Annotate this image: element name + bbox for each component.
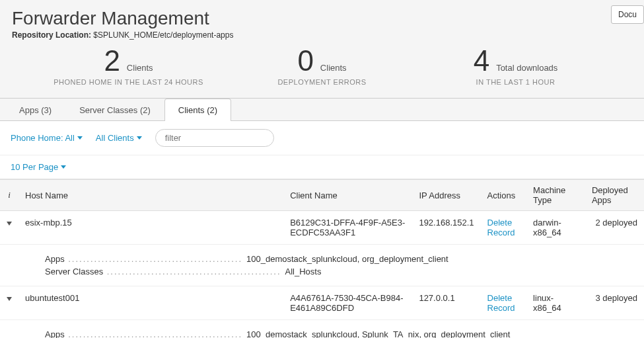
stat-deployment-errors[interactable]: 0 Clients DEPLOYMENT ERRORS — [225, 46, 419, 86]
per-page-label: 10 Per Page — [11, 162, 58, 172]
expand-toggle[interactable] — [0, 286, 18, 320]
cell-deployed: 3 deployed — [585, 286, 644, 320]
stat-sub: PHONED HOME IN THE LAST 24 HOURS — [32, 78, 225, 86]
stat-clients-phoned-home[interactable]: 2 Clients PHONED HOME IN THE LAST 24 HOU… — [32, 46, 225, 86]
detail-server-classes-value: All_Hosts — [281, 267, 322, 276]
chevron-down-icon — [7, 297, 12, 301]
col-actions[interactable]: Actions — [481, 180, 527, 211]
table-header-row: i Host Name Client Name IP Address Actio… — [0, 180, 644, 211]
tab-server-classes[interactable]: Server Classes (2) — [65, 99, 164, 121]
cell-machine: darwin-x86_64 — [526, 211, 585, 245]
col-info[interactable]: i — [0, 180, 18, 211]
col-machine-type[interactable]: Machine Type — [526, 180, 585, 211]
col-ip-address[interactable]: IP Address — [412, 180, 480, 211]
cell-client: B6129C31-DFFA-4F9F-A5E3-ECDFC53AA3F1 — [283, 211, 412, 245]
tabs-row: Apps (3) Server Classes (2) Clients (2) — [0, 98, 644, 121]
stat-sub: IN THE LAST 1 HOUR — [419, 78, 612, 86]
detail-apps-value: 100_demostack_splunkcloud, Splunk_TA_nix… — [242, 329, 510, 338]
filter-input[interactable] — [155, 129, 274, 147]
repo-label: Repository Location: — [12, 30, 91, 40]
cell-client: A4A6761A-7530-45CA-B984-E461A89C6DFD — [283, 286, 412, 320]
stat-number: 0 — [297, 46, 313, 75]
table-row-detail: Apps 100_demostack_splunkcloud, org_depl… — [0, 245, 644, 286]
col-host-name[interactable]: Host Name — [18, 180, 283, 211]
detail-apps-label: Apps — [45, 329, 242, 338]
chevron-down-icon — [137, 136, 142, 140]
per-page-dropdown[interactable]: 10 Per Page — [11, 162, 66, 172]
pager-bar: 10 Per Page — [0, 155, 644, 179]
detail-apps-label: Apps — [45, 254, 242, 264]
detail-server-classes-label: Server Classes — [45, 267, 281, 276]
clients-table: i Host Name Client Name IP Address Actio… — [0, 179, 644, 338]
tab-apps[interactable]: Apps (3) — [5, 99, 65, 121]
table-row-detail: Apps 100_demostack_splunkcloud, Splunk_T… — [0, 320, 644, 339]
chevron-down-icon — [61, 165, 66, 169]
stat-label: Total downloads — [496, 63, 557, 73]
phone-home-label: Phone Home: All — [11, 133, 75, 143]
delete-record-link[interactable]: Delete Record — [487, 293, 515, 313]
repository-location: Repository Location: $SPLUNK_HOME/etc/de… — [12, 30, 632, 40]
page-title: Forwarder Management — [12, 8, 632, 29]
cell-deployed: 2 deployed — [585, 211, 644, 245]
repo-value: $SPLUNK_HOME/etc/deployment-apps — [93, 30, 233, 40]
stat-total-downloads[interactable]: 4 Total downloads IN THE LAST 1 HOUR — [419, 46, 612, 86]
detail-apps-value: 100_demostack_splunkcloud, org_deploymen… — [242, 254, 448, 264]
cell-ip: 192.168.152.1 — [412, 211, 480, 245]
cell-machine: linux-x86_64 — [526, 286, 585, 320]
col-client-name[interactable]: Client Name — [283, 180, 412, 211]
all-clients-label: All Clients — [96, 133, 134, 143]
stat-sub: DEPLOYMENT ERRORS — [225, 78, 419, 86]
delete-record-link[interactable]: Delete Record — [487, 218, 515, 237]
stat-number: 4 — [474, 46, 489, 75]
stat-label: Clients — [320, 63, 347, 73]
expand-toggle[interactable] — [0, 211, 18, 245]
phone-home-dropdown[interactable]: Phone Home: All — [11, 133, 83, 143]
stat-number: 2 — [104, 46, 120, 75]
header: Docu Forwarder Management Repository Loc… — [0, 0, 644, 99]
cell-host: ubuntutest001 — [18, 286, 283, 320]
col-deployed-apps[interactable]: Deployed Apps — [585, 180, 644, 211]
cell-ip: 127.0.0.1 — [412, 286, 480, 320]
chevron-down-icon — [7, 222, 12, 226]
chevron-down-icon — [77, 136, 83, 140]
stat-label: Clients — [127, 63, 153, 73]
table-row: ubuntutest001 A4A6761A-7530-45CA-B984-E4… — [0, 286, 644, 320]
table-row: esix-mbp.15 B6129C31-DFFA-4F9F-A5E3-ECDF… — [0, 211, 644, 245]
stats-row: 2 Clients PHONED HOME IN THE LAST 24 HOU… — [12, 46, 632, 86]
cell-host: esix-mbp.15 — [18, 211, 283, 245]
tab-clients[interactable]: Clients (2) — [164, 99, 231, 121]
all-clients-dropdown[interactable]: All Clients — [96, 133, 142, 143]
documentation-button[interactable]: Docu — [611, 5, 644, 24]
filter-bar: Phone Home: All All Clients — [0, 121, 644, 155]
